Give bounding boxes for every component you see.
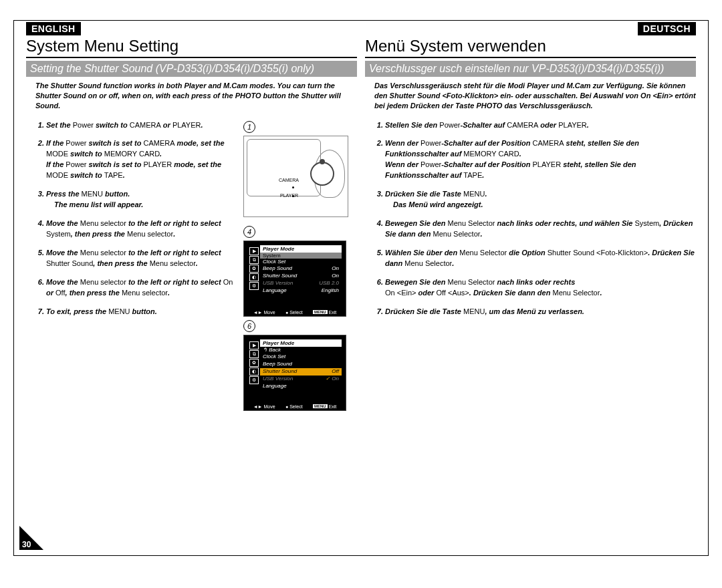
callout-1: 1 [243, 121, 255, 133]
step-7-de: Drücken Sie die Taste MENU, um das Menü … [385, 307, 696, 317]
osd-screenshot-6: ▶⧉✿◐⚙ Player Mode ↰ Back Clock Set Beep … [243, 335, 346, 411]
step-6-de: Bewegen Sie den Menu Selector nach links… [385, 277, 696, 299]
section-heading-deutsch: Verschlussger usch einstellen nur VP-D35… [365, 61, 696, 77]
exit-hint: MENU Exit [313, 310, 336, 315]
osd-screenshot-4: ▶⧉✿◐⚙ Player Mode System Clock Set Beep … [243, 241, 346, 317]
column-english: ENGLISH System Menu Setting Setting the … [22, 21, 361, 547]
step-1-de: Stellen Sie den Power-Schalter auf CAMER… [385, 120, 696, 131]
callout-4: 4 [243, 226, 255, 238]
intro-english: The Shutter Sound function works in both… [35, 81, 357, 111]
callout-6: 6 [243, 320, 255, 332]
column-deutsch: DEUTSCH Menü System verwenden Verschluss… [361, 21, 700, 547]
step-6: Move the Menu selector to the left or ri… [46, 277, 241, 299]
tape-icon: ⧉ [249, 256, 259, 264]
page-title-deutsch: Menü System verwenden [365, 37, 696, 58]
step-3-de: Drücken Sie die Taste MENU.Das Menü wird… [385, 189, 696, 210]
intro-deutsch: Das Verschlussgeräusch steht für die Mod… [374, 81, 696, 111]
step-7: To exit, press the MENU button. [46, 307, 241, 317]
camera-power-diagram: CAMERA PLAYER [243, 136, 348, 217]
step-5-de: Wählen Sie über den Menu Selector die Op… [385, 248, 696, 269]
power-dial-icon [310, 162, 334, 186]
step-3: Press the MENU button.The menu list will… [46, 189, 241, 210]
language-badge-deutsch: DEUTSCH [638, 22, 696, 35]
step-4-de: Bewegen Sie den Menu Selector nach links… [385, 218, 696, 240]
step-2-de: Wenn der Power-Schalter auf der Position… [385, 138, 696, 181]
move-hint: ◄► Move [253, 310, 275, 315]
step-5: Move the Menu selector to the left or ri… [46, 248, 241, 269]
section-heading-english: Setting the Shutter Sound (VP-D353(i)/D3… [26, 61, 357, 77]
diagrams-column: 1 CAMERA PLAYER 4 ▶⧉✿◐⚙ Pl [243, 120, 357, 414]
step-1: Set the Power switch to CAMERA or PLAYER… [46, 120, 241, 131]
select-hint: ● Select [285, 310, 303, 315]
steps-deutsch: Stellen Sie den Power-Schalter auf CAMER… [365, 120, 696, 325]
mode-icon: ▶ [249, 247, 259, 255]
language-badge-english: ENGLISH [26, 22, 81, 35]
step-4: Move the Menu selector to the left or ri… [46, 218, 241, 240]
step-2: If the Power switch is set to CAMERA mod… [46, 138, 241, 181]
manual-page: ENGLISH System Menu Setting Setting the … [13, 20, 709, 556]
page-title-english: System Menu Setting [26, 37, 357, 58]
steps-english: Set the Power switch to CAMERA or PLAYER… [26, 120, 241, 317]
